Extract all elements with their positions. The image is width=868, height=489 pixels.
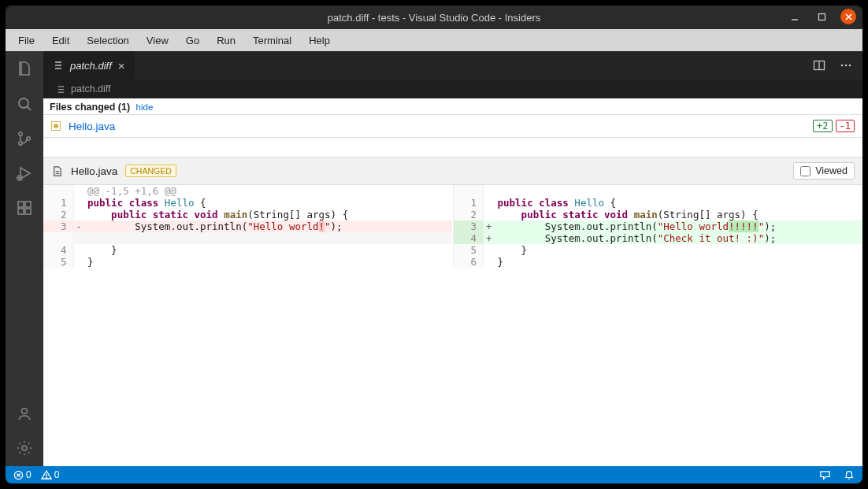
titlebar: patch.diff - tests - Visual Studio Code … — [6, 6, 862, 29]
svg-point-6 — [19, 132, 22, 135]
tab-close-icon[interactable]: × — [118, 59, 125, 72]
files-changed-header: Files changed (1) hide — [43, 98, 862, 115]
search-icon[interactable] — [14, 94, 35, 114]
svg-point-17 — [22, 409, 28, 414]
diff-viewer: Files changed (1) hide Hello.java +2 -1 — [43, 98, 862, 466]
source-control-icon[interactable] — [14, 128, 35, 149]
diff-line: 5 } — [43, 256, 452, 268]
svg-point-26 — [849, 65, 851, 67]
svg-point-18 — [22, 446, 27, 450]
status-warnings-count: 0 — [54, 469, 60, 480]
file-link[interactable]: Hello.java — [69, 120, 115, 132]
diff-line: 3+ System.out.println("Hello world!!!!!"… — [454, 220, 862, 232]
menubar: FileEditSelectionViewGoRunTerminalHelp — [6, 29, 862, 51]
menu-go[interactable]: Go — [178, 32, 207, 49]
feedback-icon[interactable] — [819, 469, 831, 481]
status-errors[interactable]: 0 — [13, 469, 32, 480]
diff-line — [43, 232, 452, 244]
diff-file-icon — [56, 84, 66, 94]
files-icon[interactable] — [14, 59, 35, 80]
svg-line-5 — [28, 107, 32, 111]
diff-line: 2 public static void main(String[] args)… — [43, 209, 452, 220]
breadcrumb[interactable]: patch.diff — [43, 80, 862, 98]
file-header-name: Hello.java — [71, 165, 117, 177]
menu-file[interactable]: File — [10, 32, 43, 49]
changed-badge: CHANGED — [125, 165, 176, 177]
svg-rect-14 — [18, 209, 24, 214]
tab-bar: patch.diff × — [43, 51, 862, 80]
files-changed-label: Files changed (1) — [50, 102, 130, 113]
menu-run[interactable]: Run — [209, 32, 243, 49]
run-debug-icon[interactable] — [14, 163, 35, 183]
diff-right-pane: 1 public class Hello {2 public static vo… — [454, 185, 863, 268]
diff-line: 3- System.out.println("Hello world!"); — [43, 220, 452, 232]
window-title: patch.diff - tests - Visual Studio Code … — [328, 12, 541, 24]
modified-icon — [51, 121, 61, 131]
viewed-toggle[interactable]: Viewed — [793, 162, 855, 180]
account-icon[interactable] — [14, 403, 35, 424]
side-by-side-diff: @@ -1,5 +1,6 @@1 public class Hello {2 p… — [43, 185, 862, 268]
status-warnings[interactable]: 0 — [41, 469, 60, 480]
menu-help[interactable]: Help — [301, 32, 338, 49]
bell-icon[interactable] — [844, 469, 855, 481]
svg-rect-1 — [818, 13, 825, 20]
more-actions-icon[interactable] — [839, 58, 853, 72]
menu-terminal[interactable]: Terminal — [245, 32, 299, 49]
viewed-label: Viewed — [815, 165, 848, 176]
diff-file-icon — [53, 60, 64, 71]
diff-right-table: 1 public class Hello {2 public static vo… — [454, 185, 863, 268]
file-icon — [51, 165, 63, 177]
maximize-button[interactable] — [814, 9, 829, 24]
extensions-icon[interactable] — [14, 198, 35, 218]
menu-selection[interactable]: Selection — [79, 32, 136, 49]
diff-line: 2 public static void main(String[] args)… — [454, 209, 862, 220]
tab-label: patch.diff — [70, 60, 112, 72]
diff-line — [454, 185, 862, 197]
app-window: patch.diff - tests - Visual Studio Code … — [6, 6, 862, 483]
menu-edit[interactable]: Edit — [44, 32, 77, 49]
status-bar: 0 0 — [6, 466, 862, 483]
minimize-button[interactable] — [787, 9, 803, 24]
diff-line: 4 } — [43, 244, 452, 256]
svg-point-7 — [19, 142, 22, 145]
close-button[interactable] — [840, 9, 856, 24]
menu-view[interactable]: View — [139, 32, 176, 49]
hide-link[interactable]: hide — [136, 102, 154, 112]
svg-point-24 — [841, 65, 844, 67]
editor-area: patch.diff × patch.diff — [43, 51, 862, 466]
status-errors-count: 0 — [26, 469, 32, 480]
file-summary-row: Hello.java +2 -1 — [43, 115, 862, 138]
diff-line: @@ -1,5 +1,6 @@ — [43, 185, 452, 197]
split-editor-icon[interactable] — [812, 58, 826, 72]
editor-actions — [812, 51, 862, 80]
svg-rect-16 — [25, 202, 31, 207]
window-controls — [787, 9, 856, 24]
deletions-chip: -1 — [836, 120, 855, 132]
diff-left-table: @@ -1,5 +1,6 @@1 public class Hello {2 p… — [43, 185, 453, 268]
diff-stats: +2 -1 — [813, 120, 855, 132]
additions-chip: +2 — [813, 120, 832, 132]
tab-patch-diff[interactable]: patch.diff × — [43, 51, 135, 80]
settings-gear-icon[interactable] — [14, 438, 35, 458]
diff-line: 1 public class Hello { — [43, 197, 452, 209]
diff-line: 1 public class Hello { — [454, 197, 862, 209]
breadcrumb-label: patch.diff — [71, 83, 111, 94]
activity-bar — [6, 51, 43, 466]
svg-point-25 — [845, 65, 848, 67]
viewed-checkbox[interactable] — [800, 166, 811, 176]
diff-left-pane: @@ -1,5 +1,6 @@1 public class Hello {2 p… — [43, 185, 454, 268]
svg-point-36 — [46, 477, 46, 478]
svg-point-4 — [19, 98, 28, 108]
app-body: patch.diff × patch.diff — [6, 51, 862, 466]
diff-line: 5 } — [454, 244, 862, 256]
file-header: Hello.java CHANGED Viewed — [43, 157, 862, 185]
diff-line: 4+ System.out.println("Check it out! :)"… — [454, 232, 862, 244]
svg-rect-13 — [18, 202, 24, 207]
diff-line: 6 } — [454, 256, 862, 268]
svg-rect-15 — [25, 209, 31, 214]
